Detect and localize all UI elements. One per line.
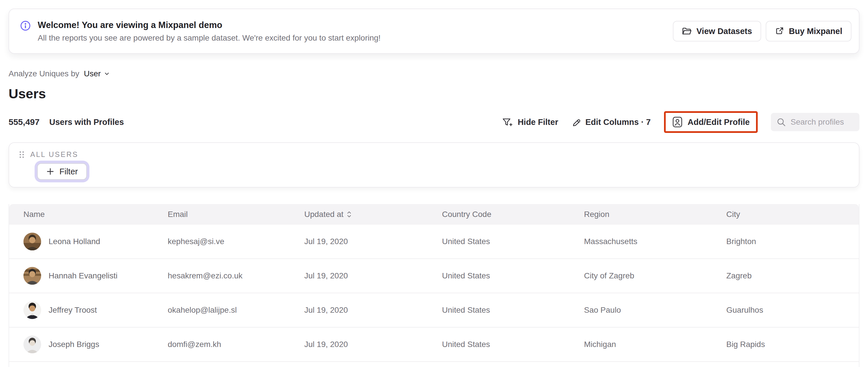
- avatar: [24, 267, 41, 285]
- region-cell: Sao Paulo: [584, 306, 726, 315]
- column-header-email-label: Email: [168, 210, 188, 219]
- avatar: [24, 336, 41, 353]
- breakdown-selector[interactable]: User: [84, 69, 110, 78]
- users-table: Name Email Updated at Country Code Regio…: [8, 204, 860, 367]
- plus-icon: [46, 167, 54, 176]
- column-header-email[interactable]: Email: [168, 210, 304, 219]
- banner-subtitle: All the reports you see are powered by a…: [38, 33, 380, 43]
- avatar: [24, 301, 41, 319]
- name-cell: Jeffrey Troost: [24, 301, 168, 319]
- add-filter-button[interactable]: Filter: [37, 163, 87, 180]
- profiles-count: 555,497: [8, 117, 39, 127]
- add-filter-label: Filter: [59, 167, 78, 176]
- page-title: Users: [8, 86, 860, 101]
- email-cell: hesakrem@ezi.co.uk: [168, 271, 304, 280]
- name-cell: Hannah Evangelisti: [24, 267, 168, 285]
- toolbar: Hide Filter Edit Columns · 7 Add/Edit Pr…: [502, 111, 860, 133]
- name-cell: Leona Holland: [24, 233, 168, 250]
- city-cell: Zagreb: [726, 271, 859, 280]
- user-name: Joseph Briggs: [49, 340, 99, 349]
- breakdown-row: Analyze Uniques by User: [8, 69, 860, 78]
- view-datasets-button[interactable]: View Datasets: [673, 21, 762, 41]
- user-name: Leona Holland: [49, 237, 100, 246]
- banner-actions: View Datasets Buy Mixpanel: [673, 21, 851, 41]
- column-header-updated-at-label: Updated at: [304, 210, 343, 219]
- updated-at-cell: Jul 19, 2020: [304, 271, 442, 280]
- drag-handle-icon[interactable]: [19, 151, 25, 159]
- hide-filter-label: Hide Filter: [518, 118, 558, 127]
- region-cell: Massachusetts: [584, 237, 726, 246]
- add-edit-profile-button[interactable]: Add/Edit Profile: [672, 116, 750, 128]
- table-row[interactable]: Leona Holland kephesaj@si.ve Jul 19, 202…: [9, 225, 859, 259]
- view-datasets-label: View Datasets: [696, 27, 752, 36]
- folder-open-icon: [682, 27, 692, 35]
- column-header-name[interactable]: Name: [24, 210, 168, 219]
- country-code-cell: United States: [442, 340, 584, 349]
- table-row[interactable]: Hannah Evangelisti hesakrem@ezi.co.uk Ju…: [9, 259, 859, 293]
- column-header-updated-at[interactable]: Updated at: [304, 210, 442, 219]
- banner-text: Welcome! You are viewing a Mixpanel demo…: [38, 20, 380, 43]
- sort-arrows-icon[interactable]: [347, 210, 351, 218]
- person-badge-icon: [672, 116, 683, 128]
- table-header: Name Email Updated at Country Code Regio…: [9, 204, 859, 225]
- add-edit-profile-label: Add/Edit Profile: [688, 118, 750, 127]
- city-cell: Guarulhos: [726, 306, 859, 315]
- banner-message: Welcome! You are viewing a Mixpanel demo…: [20, 20, 380, 43]
- region-cell: Michigan: [584, 340, 726, 349]
- demo-banner: Welcome! You are viewing a Mixpanel demo…: [8, 8, 860, 54]
- edit-columns-label: Edit Columns · 7: [585, 118, 651, 127]
- filter-panel: ALL USERS Filter: [8, 142, 860, 187]
- filter-group-header: ALL USERS: [19, 150, 859, 159]
- breakdown-value: User: [84, 69, 100, 78]
- column-header-region-label: Region: [584, 210, 610, 219]
- column-header-region[interactable]: Region: [584, 210, 726, 219]
- users-page: Welcome! You are viewing a Mixpanel demo…: [0, 0, 868, 367]
- country-code-cell: United States: [442, 306, 584, 315]
- name-cell: Joseph Briggs: [24, 336, 168, 353]
- city-cell: Big Rapids: [726, 340, 859, 349]
- column-header-city[interactable]: City: [726, 210, 859, 219]
- pencil-icon: [571, 118, 581, 127]
- updated-at-cell: Jul 19, 2020: [304, 237, 442, 246]
- column-header-name-label: Name: [24, 210, 45, 219]
- buy-mixpanel-label: Buy Mixpanel: [789, 27, 842, 36]
- email-cell: domfi@zem.kh: [168, 340, 304, 349]
- edit-columns-button[interactable]: Edit Columns · 7: [571, 118, 651, 127]
- hide-filter-button[interactable]: Hide Filter: [502, 118, 558, 127]
- country-code-cell: United States: [442, 237, 584, 246]
- search-icon: [777, 118, 786, 127]
- table-row[interactable]: Jeffrey Troost okahelop@lalijpe.sl Jul 1…: [9, 293, 859, 328]
- search-input[interactable]: [790, 117, 854, 127]
- avatar: [24, 233, 41, 250]
- user-name: Jeffrey Troost: [49, 306, 97, 315]
- user-name: Hannah Evangelisti: [49, 271, 117, 280]
- banner-title: Welcome! You are viewing a Mixpanel demo: [38, 20, 380, 31]
- region-cell: City of Zagreb: [584, 271, 726, 280]
- profiles-count-label: Users with Profiles: [49, 118, 124, 127]
- column-header-city-label: City: [726, 210, 740, 219]
- chevron-down-icon: [104, 70, 110, 77]
- updated-at-cell: Jul 19, 2020: [304, 340, 442, 349]
- external-link-icon: [775, 27, 784, 36]
- column-header-country-code[interactable]: Country Code: [442, 210, 584, 219]
- column-header-country-code-label: Country Code: [442, 210, 491, 219]
- updated-at-cell: Jul 19, 2020: [304, 306, 442, 315]
- filter-group-label: ALL USERS: [30, 150, 78, 159]
- breakdown-label: Analyze Uniques by: [8, 69, 79, 78]
- email-cell: okahelop@lalijpe.sl: [168, 306, 304, 315]
- buy-mixpanel-button[interactable]: Buy Mixpanel: [766, 21, 851, 41]
- city-cell: Brighton: [726, 237, 859, 246]
- funnel-plus-icon: [502, 118, 513, 127]
- table-row[interactable]: Joseph Briggs domfi@zem.kh Jul 19, 2020 …: [9, 328, 859, 362]
- country-code-cell: United States: [442, 271, 584, 280]
- search-profiles-box[interactable]: [771, 113, 860, 131]
- stats-toolbar-row: 555,497 Users with Profiles Hide Filter …: [8, 110, 860, 134]
- annotation-highlight-box: Add/Edit Profile: [664, 111, 758, 133]
- email-cell: kephesaj@si.ve: [168, 237, 304, 246]
- info-icon: [20, 20, 31, 31]
- table-row-partial: [9, 362, 859, 367]
